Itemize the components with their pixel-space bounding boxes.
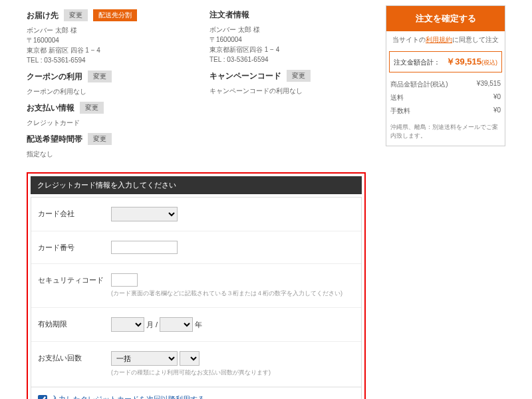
- campaign-text: キャンペーンコードの利用なし: [209, 86, 366, 96]
- cc-save-checkbox[interactable]: [38, 395, 47, 400]
- timeslot-title: 配送希望時間帯: [27, 134, 82, 145]
- cc-number-label: カード番号: [38, 241, 111, 253]
- line-item-value: ¥39,515: [477, 80, 501, 89]
- order-summary: 注文を確定する 当サイトの利用規約に同意して注文 注文金額合計： ￥39,515…: [386, 5, 505, 146]
- line-item-value: ¥0: [493, 106, 501, 116]
- cc-cvv-label: セキュリティコード: [38, 273, 111, 285]
- cc-company-label: カード会社: [38, 207, 111, 219]
- delivery-addr: 東京都 新宿区 四谷 1 − 4: [27, 45, 183, 55]
- orderer-info: ボンバー 太郎 様 〒1600004 東京都新宿区四谷 1 − 4 TEL : …: [209, 25, 366, 65]
- line-item-value: ¥0: [493, 93, 501, 102]
- line-item-label: 手数料: [390, 106, 410, 116]
- cc-expiry-label: 有効期限: [38, 317, 111, 329]
- cc-number-input[interactable]: [111, 241, 178, 254]
- delivery-info: ボンバー 太郎 様 〒1600004 東京都 新宿区 四谷 1 − 4 TEL …: [27, 25, 183, 65]
- payment-text: クレジットカード: [27, 118, 183, 128]
- delivery-change-button[interactable]: 変更: [64, 9, 88, 21]
- delivery-split-button[interactable]: 配送先分割: [93, 9, 137, 21]
- orderer-addr: 東京都新宿区四谷 1 − 4: [209, 45, 366, 55]
- terms-pre: 当サイトの: [392, 36, 426, 43]
- orderer-zip: 〒1600004: [209, 35, 366, 45]
- cc-year-select[interactable]: [160, 317, 193, 332]
- orderer-name: ボンバー 太郎 様: [209, 25, 366, 35]
- campaign-title: キャンペーンコード: [209, 70, 281, 82]
- coupon-change-button[interactable]: 変更: [88, 70, 112, 82]
- timeslot-text: 指定なし: [27, 149, 183, 159]
- cc-company-select[interactable]: [111, 207, 178, 221]
- total-label: 注文金額合計：: [394, 58, 440, 67]
- coupon-title: クーポンの利用: [27, 71, 82, 82]
- confirm-order-button[interactable]: 注文を確定する: [386, 6, 505, 31]
- terms-text: 当サイトの利用規約に同意して注文: [386, 31, 505, 49]
- cc-year-text: 年: [195, 321, 202, 329]
- campaign-change-button[interactable]: 変更: [287, 70, 311, 82]
- total-value: ￥39,515: [446, 57, 481, 66]
- cc-times-select[interactable]: 一括: [111, 351, 178, 366]
- cc-header: クレジットカード情報を入力してください: [31, 176, 362, 194]
- shipping-note: 沖縄県、離島：別途送料をメールでご案内致します。: [386, 120, 505, 146]
- cc-month-text: 月 /: [146, 321, 158, 329]
- cc-times-label: お支払い回数: [38, 351, 111, 363]
- cc-save-label[interactable]: 入力したクレジットカードを次回以降利用する: [51, 394, 205, 399]
- cc-times-sub-select[interactable]: [180, 351, 200, 366]
- cc-cvv-input[interactable]: [111, 273, 138, 287]
- terms-post: に同意して注文: [452, 36, 499, 43]
- delivery-tel: TEL : 03-5361-6594: [27, 55, 183, 65]
- line-item-label: 商品金額合計(税込): [390, 80, 448, 89]
- delivery-title: お届け先: [27, 10, 59, 21]
- line-item-label: 送料: [390, 93, 404, 102]
- orderer-tel: TEL : 03-5361-6594: [209, 55, 366, 65]
- credit-card-form: クレジットカード情報を入力してください カード会社 カード番号 セキュリティコー…: [27, 172, 366, 399]
- cc-times-hint: (カードの種類により利用可能なお支払い回数が異なります): [111, 368, 354, 377]
- payment-change-button[interactable]: 変更: [80, 102, 104, 114]
- cc-cvv-hint: (カード裏面の署名欄などに記載されている３桁または４桁の数字を入力してください): [111, 289, 354, 298]
- terms-link[interactable]: 利用規約: [426, 36, 452, 43]
- total-tax: (税込): [481, 59, 497, 66]
- delivery-zip: 〒1600004: [27, 35, 183, 45]
- cc-month-select[interactable]: [111, 317, 144, 332]
- orderer-title: 注文者情報: [209, 9, 249, 21]
- delivery-name: ボンバー 太郎 様: [27, 25, 183, 35]
- payment-title: お支払い情報: [27, 102, 74, 114]
- coupon-text: クーポンの利用なし: [27, 86, 183, 96]
- timeslot-change-button[interactable]: 変更: [88, 133, 112, 145]
